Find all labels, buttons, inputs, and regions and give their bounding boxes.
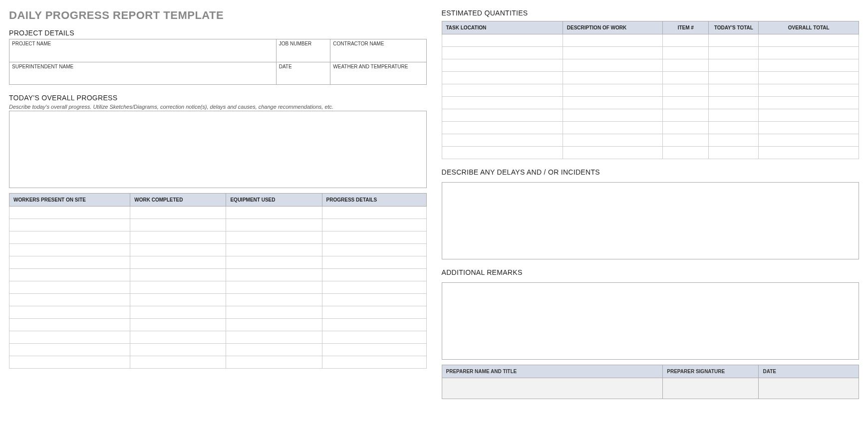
- table-cell[interactable]: [226, 319, 322, 331]
- table-cell[interactable]: [563, 147, 663, 159]
- table-cell[interactable]: [130, 231, 226, 244]
- table-cell[interactable]: [226, 344, 322, 356]
- table-cell[interactable]: [9, 281, 130, 294]
- table-cell[interactable]: [663, 84, 709, 97]
- input-signature[interactable]: [663, 378, 759, 399]
- table-cell[interactable]: [663, 147, 709, 159]
- table-cell[interactable]: [663, 47, 709, 59]
- table-cell[interactable]: [322, 306, 426, 319]
- table-cell[interactable]: [663, 122, 709, 134]
- table-cell[interactable]: [130, 269, 226, 281]
- table-cell[interactable]: [130, 256, 226, 269]
- table-cell[interactable]: [759, 72, 859, 84]
- table-cell[interactable]: [563, 84, 663, 97]
- table-cell[interactable]: [322, 269, 426, 281]
- table-cell[interactable]: [130, 207, 226, 219]
- table-cell[interactable]: [563, 97, 663, 109]
- table-cell[interactable]: [759, 34, 859, 47]
- table-cell[interactable]: [226, 256, 322, 269]
- table-cell[interactable]: [9, 344, 130, 356]
- table-cell[interactable]: [663, 34, 709, 47]
- table-cell[interactable]: [130, 319, 226, 331]
- table-cell[interactable]: [9, 356, 130, 369]
- table-cell[interactable]: [130, 344, 226, 356]
- table-cell[interactable]: [442, 109, 563, 122]
- input-signoff-date[interactable]: [759, 378, 859, 399]
- table-cell[interactable]: [130, 244, 226, 256]
- table-cell[interactable]: [563, 134, 663, 147]
- table-cell[interactable]: [759, 47, 859, 59]
- input-preparer[interactable]: [442, 378, 663, 399]
- table-cell[interactable]: [563, 59, 663, 72]
- table-cell[interactable]: [9, 306, 130, 319]
- table-cell[interactable]: [130, 331, 226, 344]
- table-cell[interactable]: [130, 356, 226, 369]
- table-cell[interactable]: [563, 72, 663, 84]
- table-cell[interactable]: [442, 59, 563, 72]
- table-cell[interactable]: [759, 59, 859, 72]
- table-cell[interactable]: [9, 256, 130, 269]
- table-cell[interactable]: [322, 219, 426, 231]
- table-cell[interactable]: [663, 97, 709, 109]
- table-cell[interactable]: [759, 84, 859, 97]
- input-date[interactable]: [276, 70, 330, 85]
- table-cell[interactable]: [322, 244, 426, 256]
- table-cell[interactable]: [442, 34, 563, 47]
- input-project-name[interactable]: [9, 47, 277, 62]
- table-cell[interactable]: [226, 294, 322, 306]
- input-superintendent-name[interactable]: [9, 70, 277, 85]
- table-cell[interactable]: [130, 281, 226, 294]
- table-cell[interactable]: [709, 109, 759, 122]
- table-cell[interactable]: [709, 72, 759, 84]
- table-cell[interactable]: [759, 134, 859, 147]
- table-cell[interactable]: [563, 122, 663, 134]
- table-cell[interactable]: [226, 269, 322, 281]
- table-cell[interactable]: [663, 59, 709, 72]
- table-cell[interactable]: [226, 281, 322, 294]
- table-cell[interactable]: [709, 47, 759, 59]
- table-cell[interactable]: [9, 219, 130, 231]
- table-cell[interactable]: [226, 306, 322, 319]
- table-cell[interactable]: [709, 34, 759, 47]
- table-cell[interactable]: [442, 134, 563, 147]
- table-cell[interactable]: [442, 84, 563, 97]
- table-cell[interactable]: [709, 147, 759, 159]
- input-contractor-name[interactable]: [330, 47, 426, 62]
- input-weather[interactable]: [330, 70, 426, 85]
- table-cell[interactable]: [663, 72, 709, 84]
- table-cell[interactable]: [322, 256, 426, 269]
- table-cell[interactable]: [130, 294, 226, 306]
- table-cell[interactable]: [9, 294, 130, 306]
- overall-progress-textarea[interactable]: [9, 111, 427, 188]
- table-cell[interactable]: [226, 244, 322, 256]
- table-cell[interactable]: [442, 72, 563, 84]
- input-job-number[interactable]: [276, 47, 330, 62]
- table-cell[interactable]: [759, 147, 859, 159]
- table-cell[interactable]: [130, 306, 226, 319]
- table-cell[interactable]: [442, 147, 563, 159]
- table-cell[interactable]: [709, 134, 759, 147]
- table-cell[interactable]: [226, 219, 322, 231]
- table-cell[interactable]: [663, 134, 709, 147]
- table-cell[interactable]: [9, 269, 130, 281]
- table-cell[interactable]: [563, 109, 663, 122]
- table-cell[interactable]: [322, 281, 426, 294]
- table-cell[interactable]: [759, 122, 859, 134]
- table-cell[interactable]: [563, 47, 663, 59]
- table-cell[interactable]: [322, 356, 426, 369]
- table-cell[interactable]: [9, 244, 130, 256]
- table-cell[interactable]: [322, 319, 426, 331]
- table-cell[interactable]: [322, 294, 426, 306]
- table-cell[interactable]: [322, 331, 426, 344]
- table-cell[interactable]: [322, 207, 426, 219]
- table-cell[interactable]: [226, 207, 322, 219]
- table-cell[interactable]: [442, 47, 563, 59]
- table-cell[interactable]: [709, 59, 759, 72]
- table-cell[interactable]: [9, 319, 130, 331]
- table-cell[interactable]: [226, 356, 322, 369]
- table-cell[interactable]: [9, 331, 130, 344]
- remarks-textarea[interactable]: [442, 282, 860, 360]
- table-cell[interactable]: [130, 219, 226, 231]
- table-cell[interactable]: [663, 109, 709, 122]
- table-cell[interactable]: [9, 231, 130, 244]
